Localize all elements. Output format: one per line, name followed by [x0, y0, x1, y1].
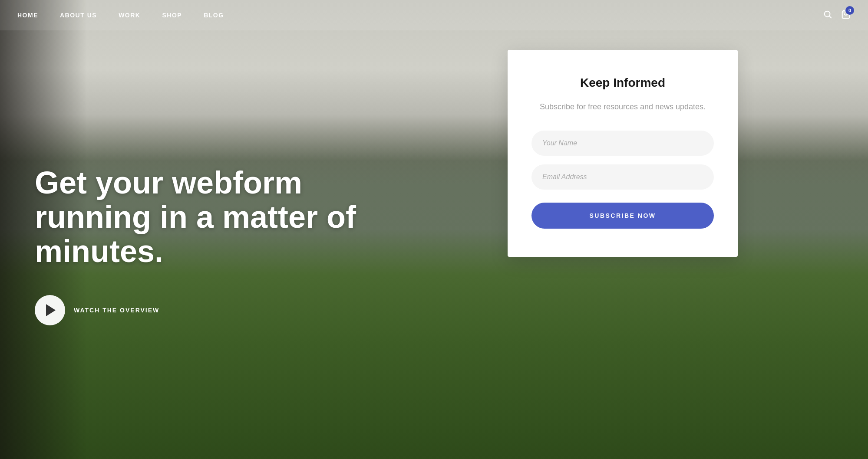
search-icon[interactable] — [823, 10, 832, 21]
svg-line-1 — [829, 16, 831, 18]
hero-content: Get your webform running in a matter of … — [35, 166, 382, 325]
nav-item-home[interactable]: HOME — [17, 12, 38, 19]
nav-left: HOME ABOUT US WORK SHOP BLOG — [17, 12, 224, 19]
nav-item-blog[interactable]: BLOG — [204, 12, 224, 19]
watch-label: WATCH THE OVERVIEW — [74, 307, 159, 314]
watch-overview-button[interactable]: WATCH THE OVERVIEW — [35, 295, 382, 325]
cart-badge: 0 — [845, 6, 854, 15]
card-title: Keep Informed — [531, 76, 714, 90]
nav-item-work[interactable]: WORK — [119, 12, 140, 19]
nav-right: 0 — [823, 10, 851, 21]
cart-icon[interactable]: 0 — [841, 10, 851, 21]
subscribe-button[interactable]: SUBSCRIBE NOW — [531, 203, 714, 229]
play-icon — [46, 304, 56, 316]
play-button-circle[interactable] — [35, 295, 65, 325]
navigation: HOME ABOUT US WORK SHOP BLOG 0 — [0, 0, 868, 30]
hero-headline: Get your webform running in a matter of … — [35, 166, 382, 269]
email-input[interactable] — [531, 164, 714, 190]
nav-item-shop[interactable]: SHOP — [162, 12, 182, 19]
subscribe-card: Keep Informed Subscribe for free resourc… — [508, 50, 738, 257]
name-input[interactable] — [531, 131, 714, 156]
nav-item-about[interactable]: ABOUT US — [60, 12, 97, 19]
card-subtitle: Subscribe for free resources and news up… — [531, 101, 714, 113]
